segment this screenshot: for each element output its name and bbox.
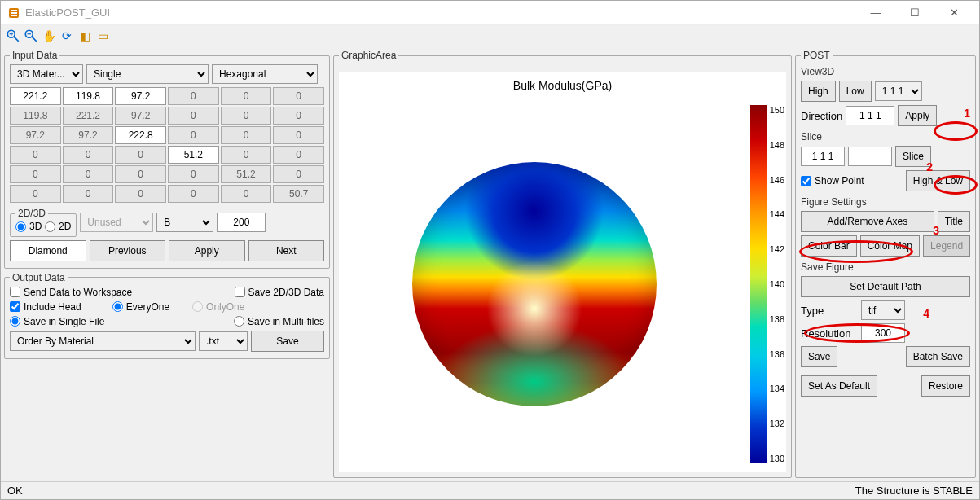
dim-select[interactable]: 3D Mater... (10, 64, 83, 84)
show-point-check[interactable]: Show Point (801, 175, 864, 186)
highlow-button[interactable]: High & Low (906, 170, 970, 191)
pan-icon[interactable]: ✋ (42, 29, 56, 43)
onlyone-radio: OnlyOne (192, 301, 244, 313)
svg-line-2 (14, 37, 19, 42)
colorbar-tick: 132 (770, 419, 784, 428)
next-button[interactable]: Next (248, 240, 325, 261)
matrix-cell-1-2 (115, 107, 166, 125)
ext-select[interactable]: .txt (199, 331, 248, 351)
colormap-button[interactable]: Color Map (860, 235, 920, 257)
toolbar: ✋ ⟳ ◧ ▭ (1, 25, 979, 46)
resolution-label: Resolution (801, 327, 858, 340)
high-button[interactable]: High (801, 81, 836, 102)
set-default-path-button[interactable]: Set Default Path (801, 276, 970, 297)
slice-input-1[interactable] (801, 147, 845, 166)
colorbar-tick: 148 (770, 140, 784, 150)
matrix-cell-5-2 (115, 185, 166, 203)
matrix-cell-0-4 (221, 87, 272, 105)
matrix-cell-3-0 (10, 146, 61, 164)
zoom-out-icon[interactable] (24, 29, 38, 43)
maximize-button[interactable]: ☐ (896, 2, 934, 24)
bulk-modulus-surface (412, 162, 657, 406)
type-select[interactable]: tif (861, 300, 905, 320)
matrix-cell-3-3[interactable] (168, 146, 219, 164)
matrix-cell-1-4 (221, 107, 272, 125)
include-head-check[interactable]: Include Head (10, 301, 81, 313)
order-select[interactable]: Order By Material (10, 331, 196, 351)
svg-line-6 (32, 37, 37, 42)
type-label: Type (801, 305, 858, 317)
savefig-button[interactable]: Save (801, 346, 837, 367)
low-button[interactable]: Low (839, 81, 872, 102)
previous-button[interactable]: Previous (90, 240, 166, 261)
minimize-button[interactable]: — (857, 2, 894, 24)
restore-button[interactable]: Restore (921, 375, 970, 397)
input-data-panel: Input Data 3D Mater... Single Hexagonal … (4, 50, 330, 269)
matrix-cell-1-1 (63, 107, 114, 125)
matrix-cell-0-0[interactable] (10, 87, 61, 105)
apply-button[interactable]: Apply (169, 240, 245, 261)
save-output-button[interactable]: Save (251, 331, 324, 352)
d23d-legend: 2D/3D (15, 208, 48, 219)
print-icon[interactable]: ▭ (95, 29, 110, 43)
direction-label: Direction (801, 110, 842, 122)
plot-canvas[interactable]: Bulk Modulus(GPa) 1501481461441421401381… (339, 72, 786, 472)
matrix-cell-2-1 (63, 126, 114, 144)
everyone-radio[interactable]: EveryOne (112, 301, 169, 313)
input-legend: Input Data (10, 50, 59, 61)
post-panel: POST View3D High Low 1 1 1 Direction App… (795, 50, 976, 478)
matrix-cell-2-3 (168, 126, 219, 144)
radio-2d[interactable]: 2D (45, 221, 71, 232)
matrix-cell-4-2 (115, 165, 166, 183)
data-cursor-icon[interactable]: ◧ (77, 29, 92, 43)
axes-button[interactable]: Add/Remove Axes (801, 211, 934, 232)
matrix-cell-2-5 (273, 126, 324, 144)
direction-input[interactable] (846, 106, 894, 125)
send-workspace-check[interactable]: Send Data to Workspace (10, 287, 132, 298)
npoints-input[interactable] (217, 213, 266, 232)
matrix-cell-4-5 (273, 165, 324, 183)
slice-input-2[interactable] (848, 147, 892, 166)
resolution-input[interactable] (861, 323, 905, 343)
matrix-cell-4-1 (63, 165, 114, 183)
matrix-cell-5-1 (63, 185, 114, 203)
multi-files-radio[interactable]: Save in Multi-files (234, 316, 324, 327)
mode-select[interactable]: Single (86, 64, 209, 84)
matrix-cell-0-2[interactable] (115, 87, 166, 105)
colorbar-tick: 144 (770, 209, 784, 219)
unused-select: Unused (80, 213, 153, 232)
matrix-cell-2-2[interactable] (115, 126, 166, 144)
apply-direction-button[interactable]: Apply (898, 105, 937, 126)
single-file-radio[interactable]: Save in Single File (10, 316, 104, 327)
matrix-cell-0-1[interactable] (63, 87, 114, 105)
colorbar-tick: 134 (770, 384, 784, 393)
radio-3d[interactable]: 3D (15, 221, 42, 232)
colorbar-tick: 142 (770, 244, 784, 254)
matrix-cell-1-0 (10, 107, 61, 125)
matrix-cell-4-3 (168, 165, 219, 183)
app-icon (7, 7, 20, 20)
colorbar-button[interactable]: Color Bar (801, 235, 857, 257)
symmetry-select[interactable]: Hexagonal (212, 64, 318, 84)
colorbar-tick: 136 (770, 349, 784, 359)
batch-save-button[interactable]: Batch Save (906, 346, 970, 367)
output-legend: Output Data (10, 272, 68, 283)
matrix-cell-5-0 (10, 185, 61, 203)
matrix-cell-3-4 (221, 146, 272, 164)
direction-select[interactable]: 1 1 1 (875, 81, 922, 101)
rotate-icon[interactable]: ⟳ (59, 29, 74, 43)
set-as-default-button[interactable]: Set As Default (801, 375, 877, 397)
close-button[interactable]: ✕ (935, 2, 973, 24)
slice-button[interactable]: Slice (895, 146, 931, 167)
diamond-button[interactable]: Diamond (10, 240, 86, 261)
matrix-cell-1-5 (273, 107, 324, 125)
matrix-cell-2-4 (221, 126, 272, 144)
property-select[interactable]: B (156, 213, 213, 232)
matrix-cell-5-5 (273, 185, 324, 203)
savefig-label: Save Figure (801, 261, 970, 273)
slice-label: Slice (801, 131, 970, 143)
title-button[interactable]: Title (938, 211, 970, 232)
matrix-cell-4-0 (10, 165, 61, 183)
zoom-in-icon[interactable] (6, 29, 20, 43)
save-2d3d-check[interactable]: Save 2D/3D Data (235, 287, 324, 298)
